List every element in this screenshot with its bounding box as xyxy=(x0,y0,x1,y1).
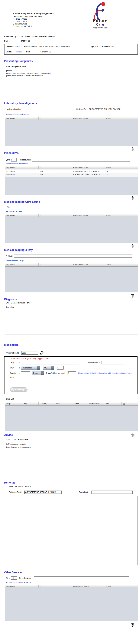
recommended-other-services-link[interactable]: Recommended Other Services xyxy=(6,582,139,583)
age-value: 45 xyxy=(96,46,98,48)
referred-by-label: Reffered By xyxy=(76,108,86,110)
duration-input[interactable] xyxy=(21,372,30,375)
decimal-note: Please add as decimal numbers when addin… xyxy=(78,372,137,374)
company-info: Future Care by Future Holdings (Pty) Lim… xyxy=(4,4,74,28)
table-row[interactable]: Procedures 1036 IV INFUSION SERVICE CHAR… xyxy=(6,170,138,173)
procedures-table: Department ID Investigation/Service Stat… xyxy=(5,166,138,195)
prescription-id-input[interactable] xyxy=(21,351,38,354)
delete-advice-icon[interactable] xyxy=(131,434,134,438)
duration-label: Duration xyxy=(10,372,19,374)
special-notes-label: Special Notes xyxy=(86,362,98,364)
xray-label: X-Rays xyxy=(6,255,12,257)
other-services-label: Other Services xyxy=(19,577,32,579)
chevron-down-icon: ▼ xyxy=(41,372,44,375)
recommended-lab-testings-link[interactable]: Recommended Lab Testings xyxy=(6,113,139,115)
procedures-input[interactable] xyxy=(32,158,130,162)
special-notes-input[interactable] xyxy=(101,361,125,364)
xray-table-header: Department ID Investigation/Service Stat… xyxy=(6,263,138,266)
procedures-table-body: Procedures 1036 IV INFUSION SERVICE CHAR… xyxy=(6,170,138,195)
way-label: Way xyxy=(10,367,19,369)
drug-label: Drug xyxy=(10,362,19,364)
procedures-field-label: Procedures xyxy=(20,159,30,161)
age-label: Age xyxy=(91,46,94,48)
delete-procedures-icon[interactable] xyxy=(131,196,134,200)
drug-list-body xyxy=(6,406,138,431)
visit-id-value: 13121 xyxy=(17,51,22,53)
advice-title: Advice xyxy=(4,434,13,436)
other-qty-label: Qty xyxy=(6,577,8,579)
consulted-by-value: Dr. ORITSETSETOS RAPHAEL PINNICK xyxy=(21,36,56,38)
recommended-procedures-link[interactable]: Recommended Procedures xyxy=(6,163,139,164)
table-row[interactable]: Procedures 1035 IV INJECTION SERVICE CHA… xyxy=(6,173,138,176)
complaints-textarea[interactable]: pt seen FBC showed neutrophilia 87.8, wb… xyxy=(5,69,138,98)
logo-future-text: Future xyxy=(93,18,108,23)
company-email: E: jude@future.sc xyxy=(13,23,74,25)
referring-doctor-input[interactable] xyxy=(24,490,62,494)
frequency-select[interactable]: OD ▼ xyxy=(43,366,54,370)
other-services-input[interactable] xyxy=(34,576,129,580)
referral-row: Reffering Doctor Consultant xyxy=(9,490,139,494)
refresh-prescription-icon[interactable] xyxy=(40,351,44,355)
procedures-title: Procedures xyxy=(4,152,139,155)
xray-field-row: X-Rays : xyxy=(6,254,139,258)
company-number: Company No.8417652-2 xyxy=(13,25,74,28)
total-label: Total xyxy=(10,376,19,379)
xray-title: Medical Imaging X-Ray xyxy=(4,248,139,252)
other-qty-input[interactable] xyxy=(11,576,17,580)
delete-lab-icon[interactable] xyxy=(131,147,134,151)
drug-list-label: Drug List xyxy=(6,398,139,400)
referring-doctor-label: Reffering Doctor xyxy=(9,491,22,493)
xray-table: Department ID Investigation/Service Stat… xyxy=(5,263,138,292)
uss-label: USS xyxy=(6,206,10,208)
visit-id-label: Visit ID xyxy=(6,51,15,53)
consult-date-label: Date xyxy=(4,40,18,42)
plus-icon: + xyxy=(11,388,14,391)
logo-f-swoosh-icon xyxy=(88,2,112,20)
uss-input[interactable] xyxy=(12,206,132,209)
way-select[interactable]: Before Meal ▼ xyxy=(21,366,40,370)
gender-value: Male xyxy=(110,46,114,48)
diagnosis-textarea[interactable]: improving xyxy=(5,305,138,335)
recommended-xray-link[interactable]: Recommended X-Rays xyxy=(6,260,139,262)
company-address: Le Chainter,Victoria,Mahe,Seychelles xyxy=(13,16,74,18)
recommended-uss-link[interactable]: Recommended USS xyxy=(6,210,139,212)
consultant-input[interactable] xyxy=(92,490,132,494)
delete-xray-icon[interactable] xyxy=(131,294,134,298)
visit-date-value: 2024-05-25 xyxy=(42,51,51,53)
drug-list-table: Drug ID Drug Fequency Way Duration Durat… xyxy=(5,402,138,432)
prescription-id-label: Prescription ID xyxy=(6,352,19,354)
per-meal-input[interactable] xyxy=(68,372,76,375)
duration-type-select[interactable]: Day/s ▼ xyxy=(32,371,44,375)
other-services-row: Qty : Other Services : xyxy=(6,576,139,580)
procedures-qty-input[interactable] xyxy=(10,158,16,162)
drug-entry-panel: Please select the Drug from Drug suggess… xyxy=(4,356,138,394)
delete-other-services-icon[interactable] xyxy=(131,623,134,627)
advice-textarea[interactable]: 1. IV ondasetron 4mg stat 2. continue cu… xyxy=(5,442,138,476)
consultant-label: Consultant xyxy=(79,491,88,493)
company-title: Future Care by Future Holdings (Pty) Lim… xyxy=(13,12,81,15)
lab-investigation-input[interactable] xyxy=(23,108,42,111)
patient-name-label: Patient Name xyxy=(24,46,36,48)
diagnosis-title: Diagnosis xyxy=(4,298,139,301)
total-row: Total : xyxy=(10,376,137,379)
lab-table-body xyxy=(6,120,138,146)
consult-date-value: 2024-05-25 xyxy=(21,40,30,42)
consulted-by-label: Consulted By xyxy=(4,36,18,38)
way-qty-input[interactable] xyxy=(57,366,64,370)
lab-field-row: Lab Investingation : Reffered By : ORITS… xyxy=(6,108,139,111)
drug-input[interactable] xyxy=(21,361,79,364)
company-phone-2: T: +24 84 225 252 xyxy=(13,20,74,23)
add-drug-button[interactable]: + Add Drug xyxy=(10,388,28,392)
consultation-page: Future Care by Future Holdings (Pty) Lim… xyxy=(0,0,139,644)
referral-list-box[interactable] xyxy=(9,496,138,565)
xray-table-body xyxy=(6,266,138,292)
xray-input[interactable] xyxy=(14,254,132,258)
patient-row-1: Patient ID : 1541 Patient Name : SANGAPA… xyxy=(4,44,138,49)
lab-field-label: Lab Investingation xyxy=(6,108,21,110)
consulted-by-row: Consulted By : Dr. ORITSETSETOS RAPHAEL … xyxy=(4,36,139,38)
page-header: Future Care by Future Holdings (Pty) Lim… xyxy=(4,4,139,34)
delete-uss-icon[interactable] xyxy=(131,244,134,248)
duration-row: Duration : Day/s ▼ Drugs/Tablets per mea… xyxy=(10,371,137,375)
chevron-down-icon: ▼ xyxy=(37,366,40,370)
logo-tagline: Body Mind Soul xyxy=(92,26,108,29)
